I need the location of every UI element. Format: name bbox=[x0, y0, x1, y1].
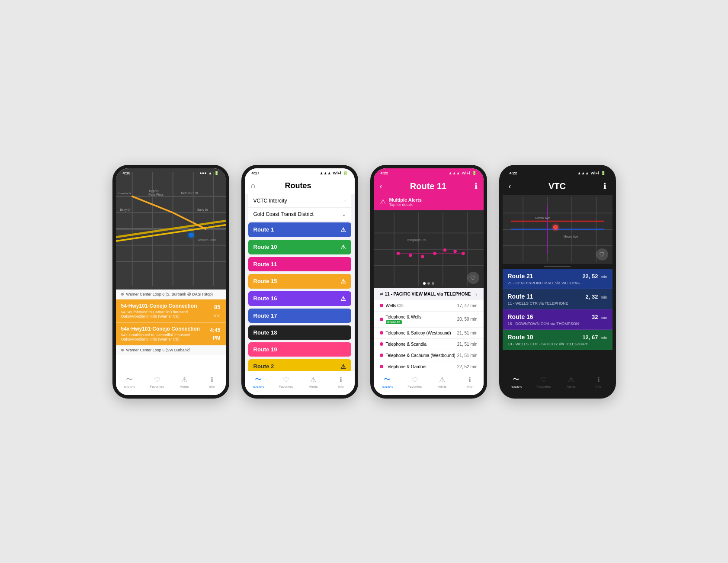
phone2-routes-list: VCTC Intercity › Gold Coast Transit Dist… bbox=[245, 194, 355, 371]
nav-alerts-p3[interactable]: ⚠ Alerts bbox=[429, 376, 456, 389]
route-btn-19[interactable]: Route 19 bbox=[248, 342, 351, 357]
nav-favorites-label-p4: Favorites bbox=[536, 385, 551, 389]
nav-info-label-p1: Info bbox=[209, 385, 215, 389]
stop-row-3[interactable]: Telephone & Scandia 21, 51 min bbox=[374, 339, 484, 350]
phone1-stop2: Warner Center Loop 5 (SW Burbank/ bbox=[116, 345, 226, 355]
vtc-route-21[interactable]: Route 21 22, 52 min 21 - CENTERPOINT MAL… bbox=[503, 269, 613, 289]
nav-favorites-p2[interactable]: ♡ Favorites bbox=[272, 376, 300, 389]
phone2-routes-header: ⌂ Routes bbox=[245, 178, 355, 194]
route-btn-17[interactable]: Route 17 bbox=[248, 309, 351, 323]
phone2-time: 4:17 bbox=[252, 171, 260, 175]
phone2-title: Routes bbox=[260, 181, 336, 190]
route-btn-16[interactable]: Route 16 ⚠ bbox=[248, 291, 351, 306]
heart-btn-p3[interactable]: ♡ bbox=[467, 272, 479, 284]
phone4: 4:22 ▲▲▲ WiFi 🔋 ‹ VTC ℹ bbox=[499, 165, 616, 399]
phone2: 4:17 ▲▲▲ WiFi 🔋 ⌂ Routes VCTC Intercity … bbox=[241, 165, 358, 399]
phone2-body: ⌂ Routes VCTC Intercity › Gold Coast Tra… bbox=[245, 178, 355, 371]
screenshot-container: 4:10 ●●● ▲ 🔋 bbox=[0, 0, 728, 563]
nav-routes-p2[interactable]: 〜 Routes bbox=[245, 375, 273, 389]
svg-point-21 bbox=[187, 231, 195, 239]
svg-text:McCulloch St: McCulloch St bbox=[181, 192, 198, 195]
nav-routes-label-p3: Routes bbox=[382, 385, 393, 389]
favorites-icon-p1: ♡ bbox=[154, 376, 160, 384]
phone1-body: Toppers Pizza Place Barry Dr Barry Dr Mc… bbox=[116, 168, 226, 371]
route-btn-10[interactable]: Route 10 ⚠ bbox=[248, 240, 351, 254]
phone1-time: 4:10 bbox=[123, 171, 131, 175]
svg-text:Barry Dr: Barry Dr bbox=[120, 208, 131, 211]
nav-favorites-label-p3: Favorites bbox=[407, 385, 422, 389]
routes-icon-p1: 〜 bbox=[126, 375, 133, 384]
alert-triangle-icon: ⚠ bbox=[380, 198, 386, 206]
nav-alerts-label-p4: Alerts bbox=[567, 385, 575, 389]
phone4-bottom-nav: 〜 Routes ♡ Favorites ⚠ Alerts ℹ Info bbox=[503, 371, 613, 395]
phone1-bottom-nav: 〜 Routes ♡ Favorites ⚠ Alerts ℹ Info bbox=[116, 371, 226, 395]
route-btn-15[interactable]: Route 15 ⚠ bbox=[248, 274, 351, 289]
agency-row-gctd[interactable]: Gold Coast Transit District ⌄ bbox=[248, 208, 351, 221]
nav-alerts-label-p1: Alerts bbox=[180, 385, 189, 389]
route-btn-1[interactable]: Route 1 ⚠ bbox=[248, 222, 351, 237]
nav-alerts-p1[interactable]: ⚠ Alerts bbox=[171, 376, 199, 389]
nav-routes-p1[interactable]: 〜 Routes bbox=[116, 375, 144, 389]
nav-info-p4[interactable]: ℹ Info bbox=[585, 376, 613, 389]
vtc-route-11[interactable]: Route 11 2, 32 min 11 - WELLS CTR via TE… bbox=[503, 289, 613, 309]
svg-text:Barry Dr: Barry Dr bbox=[197, 208, 208, 211]
map-svg: Toppers Pizza Place Barry Dr Barry Dr Mc… bbox=[116, 168, 226, 290]
nav-routes-p4[interactable]: 〜 Routes bbox=[503, 375, 530, 389]
nav-info-p1[interactable]: ℹ Info bbox=[198, 376, 226, 389]
warn-icon-16: ⚠ bbox=[340, 295, 346, 302]
svg-point-35 bbox=[453, 249, 457, 253]
home-icon-p2[interactable]: ⌂ bbox=[251, 181, 256, 190]
alerts-icon-p3: ⚠ bbox=[439, 376, 445, 384]
warn-icon-2: ⚠ bbox=[340, 363, 346, 370]
info-icon-p3[interactable]: ℹ bbox=[475, 181, 478, 191]
nav-routes-label-p2: Routes bbox=[253, 385, 264, 389]
phone1-route2[interactable]: 54x-Hwy101-Conejo Connection 54X-Southbo… bbox=[116, 322, 226, 345]
stop-row-2[interactable]: Telephone & Saticoy (Westbound) 21, 51 m… bbox=[374, 328, 484, 339]
nav-info-p2[interactable]: ℹ Info bbox=[327, 376, 355, 389]
stop-row-0[interactable]: Wells Ctr. 17, 47 min bbox=[374, 300, 484, 312]
info-icon-p3-nav: ℹ bbox=[468, 376, 471, 384]
phone1-stop-label: Warner Center Loop 6 (S. Burbank @ DASH … bbox=[116, 290, 226, 299]
route-btn-2[interactable]: Route 2 ⚠ bbox=[248, 359, 351, 371]
phone1-route1[interactable]: 54-Hwy101-Conejo Connection 54-Southboun… bbox=[116, 299, 226, 322]
stop-row-5[interactable]: Telephone & Gardner 22, 52 min bbox=[374, 361, 484, 371]
nav-favorites-p3[interactable]: ♡ Favorites bbox=[401, 376, 429, 389]
nav-alerts-label-p2: Alerts bbox=[309, 385, 317, 389]
info-icon-p1: ℹ bbox=[211, 376, 213, 384]
route-btn-18[interactable]: Route 18 bbox=[248, 325, 351, 340]
nav-alerts-label-p3: Alerts bbox=[438, 385, 446, 389]
phone3-route-selector[interactable]: ⇄ 11 - PACIFIC VIEW MALL via TELEPHONE › bbox=[374, 288, 484, 300]
nav-alerts-p4[interactable]: ⚠ Alerts bbox=[558, 376, 585, 389]
svg-text:Telegraph Rd: Telegraph Rd bbox=[406, 238, 426, 242]
info-icon-p4[interactable]: ℹ bbox=[603, 181, 606, 191]
map-dots-p3 bbox=[423, 282, 434, 285]
warn-icon-10: ⚠ bbox=[340, 244, 346, 251]
alerts-icon-p4: ⚠ bbox=[568, 376, 574, 384]
vtc-route-10[interactable]: Route 10 12, 67 min 10 - WELLS CTR - SAT… bbox=[503, 330, 613, 350]
nav-favorites-p1[interactable]: ♡ Favorites bbox=[143, 376, 171, 389]
chevron-right-route[interactable]: › bbox=[475, 291, 478, 298]
phone4-routes-list: Route 21 22, 52 min 21 - CENTERPOINT MAL… bbox=[503, 269, 613, 371]
phone3-header: ‹ Route 11 ℹ bbox=[374, 178, 484, 195]
chevron-right-vctc: › bbox=[344, 198, 346, 204]
nav-info-p3[interactable]: ℹ Info bbox=[456, 376, 484, 389]
phone3-alert-banner[interactable]: ⚠ Multiple Alerts Tap for details bbox=[374, 195, 484, 210]
warn-icon-1: ⚠ bbox=[340, 226, 346, 233]
phone2-status-bar: 4:17 ▲▲▲ WiFi 🔋 bbox=[245, 168, 355, 178]
agency-row-vctc[interactable]: VCTC Intercity › bbox=[248, 194, 351, 208]
favorites-icon-p3: ♡ bbox=[412, 376, 418, 384]
nav-routes-label-p1: Routes bbox=[124, 385, 135, 389]
stop-row-1[interactable]: Telephone & Wells Route 10 20, 50 min bbox=[374, 312, 484, 328]
heart-btn-p4[interactable]: ♡ bbox=[596, 248, 608, 261]
route-btn-11[interactable]: Route 11 bbox=[248, 257, 351, 271]
svg-text:Ventura Blvd: Ventura Blvd bbox=[197, 238, 216, 242]
stop-row-4[interactable]: Telephone & Cachuma (Westbound) 21, 51 m… bbox=[374, 350, 484, 361]
phone1-map: Toppers Pizza Place Barry Dr Barry Dr Mc… bbox=[116, 168, 226, 290]
nav-favorites-p4[interactable]: ♡ Favorites bbox=[530, 376, 558, 389]
routes-icon-p4: 〜 bbox=[513, 375, 520, 384]
phone4-map: Central Ave Mound Ave ♡ bbox=[503, 195, 613, 264]
nav-routes-p3[interactable]: 〜 Routes bbox=[374, 375, 401, 389]
phone1-status-bar: 4:10 ●●● ▲ 🔋 bbox=[116, 168, 226, 178]
nav-alerts-p2[interactable]: ⚠ Alerts bbox=[300, 376, 327, 389]
vtc-route-16[interactable]: Route 16 32 min 16 - DOWNTOWN OJAI via T… bbox=[503, 309, 613, 330]
